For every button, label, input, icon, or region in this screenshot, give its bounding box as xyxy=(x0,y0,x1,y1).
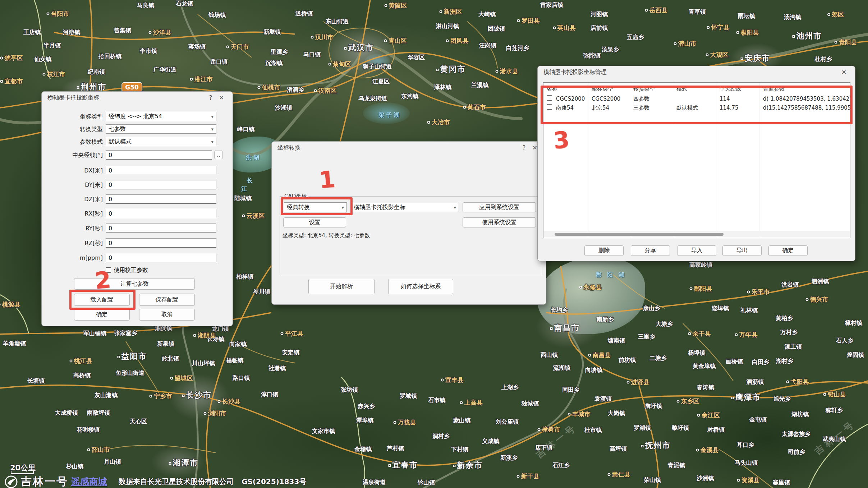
map-label-town: 月山镇 xyxy=(104,459,121,465)
table-cell[interactable]: CGCS2000 xyxy=(592,96,620,102)
manager-button-2[interactable]: 导入 xyxy=(677,245,716,256)
map-label-county: 英山县 xyxy=(553,25,576,31)
load-config-button[interactable]: 载入配置 xyxy=(74,294,130,306)
field-label: 参数模式 xyxy=(42,138,103,146)
table-cell[interactable]: d(15.1427585687488, 115.99051 xyxy=(763,105,851,111)
table-cell[interactable]: 北京54 xyxy=(592,105,609,111)
table-cell[interactable]: CGCS2000 xyxy=(556,96,585,102)
table-header-4[interactable]: 中央经线 xyxy=(720,86,741,92)
row-checkbox[interactable] xyxy=(547,95,552,101)
table-cell[interactable]: d(-1.08420789453503, 1.6304270 xyxy=(763,96,851,102)
start-parse-button[interactable]: 开始解析 xyxy=(308,279,375,294)
manager-dialog-titlebar[interactable]: 横轴墨卡托投影坐标管理 ✕ xyxy=(538,66,855,78)
map-label-town: 雨坛镇 xyxy=(738,13,755,19)
map-label-county: 湘阴县 xyxy=(193,332,216,339)
map-label-water: 鄱 阳 湖 xyxy=(596,272,626,278)
field-input[interactable]: 0 xyxy=(106,180,216,189)
table-cell[interactable]: 114 xyxy=(720,96,730,102)
cancel-button[interactable]: 取消 xyxy=(139,309,195,321)
field-input[interactable]: 0 xyxy=(106,253,216,262)
use-correction-row[interactable]: 使用校正参数 xyxy=(106,267,148,274)
transform-type-select[interactable]: 经典转换▾ xyxy=(284,202,347,212)
compute-seven-params-button[interactable]: 计算七参数 xyxy=(74,278,195,290)
manager-button-1[interactable]: 分享 xyxy=(631,245,670,256)
manager-button-3[interactable]: 导出 xyxy=(722,245,762,256)
county-marker-icon xyxy=(736,31,739,34)
table-cell[interactable]: 114.75 xyxy=(720,105,739,111)
more-button[interactable]: .. xyxy=(214,151,223,159)
help-icon[interactable]: ? xyxy=(519,143,529,152)
h-scrollbar-track[interactable] xyxy=(544,231,850,238)
field-select[interactable]: 默认模式▾ xyxy=(106,137,216,146)
map-label-town: 泽林镇 xyxy=(434,84,451,90)
table-header-2[interactable]: 转换类型 xyxy=(633,86,655,92)
field-select[interactable]: 经纬度 <--> 北京54▾ xyxy=(106,112,216,121)
save-config-button[interactable]: 保存配置 xyxy=(139,294,195,306)
table-cell[interactable]: 南康54 xyxy=(556,105,574,111)
map-label-county: 余江区 xyxy=(697,412,720,418)
county-marker-icon xyxy=(735,333,738,336)
county-marker-icon xyxy=(806,298,809,301)
map-label-town: 杜村乡 xyxy=(815,56,832,62)
map-label-town: 里潭乡 xyxy=(271,49,288,55)
table-header-5[interactable]: 普通参数 xyxy=(763,86,785,92)
field-input[interactable]: 0 xyxy=(106,150,212,160)
map-label-town: 纪南镇 xyxy=(88,69,105,75)
map-label-town: 高坪镇 xyxy=(610,446,627,452)
map-label-town: 福临镇 xyxy=(226,358,243,363)
map-label-city: 安庆市 xyxy=(741,54,771,62)
map-label-town: 旭光乡 xyxy=(773,396,791,402)
field-input[interactable]: 0 xyxy=(106,166,216,175)
county-marker-icon xyxy=(747,291,750,294)
county-marker-icon xyxy=(427,121,430,124)
close-icon[interactable]: ✕ xyxy=(839,68,849,77)
how-to-choose-crs-button[interactable]: 如何选择坐标系 xyxy=(388,279,453,294)
map-label-town: 罗湖镇 xyxy=(634,425,651,431)
county-marker-icon xyxy=(706,54,709,56)
settings-button[interactable]: 设置 xyxy=(283,217,346,227)
convert-dialog-titlebar[interactable]: 坐标转换 ? ✕ xyxy=(272,142,546,154)
apply-system-settings-button[interactable]: 应用到系统设置 xyxy=(463,202,536,212)
map-label-county: 万载县 xyxy=(394,419,416,425)
tm-dialog-titlebar[interactable]: 横轴墨卡托投影坐标 ? ✕ xyxy=(42,92,233,104)
table-header-1[interactable]: 坐标类型 xyxy=(592,86,613,92)
manager-button-4[interactable]: 确定 xyxy=(768,245,808,256)
county-marker-icon xyxy=(627,381,630,384)
county-marker-icon xyxy=(193,334,196,337)
map-label-town: 饶埠镇 xyxy=(712,305,729,311)
field-select[interactable]: 七参数▾ xyxy=(106,124,216,134)
field-input[interactable]: 0 xyxy=(106,209,216,218)
use-system-settings-button[interactable]: 使用系统设置 xyxy=(463,217,536,227)
map-label-town: 寨里镇 xyxy=(773,480,790,485)
county-marker-icon xyxy=(697,414,700,417)
table-header-0[interactable]: 名称 xyxy=(547,86,557,92)
county-marker-icon xyxy=(538,428,541,431)
table-header-3[interactable]: 模式 xyxy=(676,86,687,92)
map-label-town: 义成镇 xyxy=(482,438,499,444)
map-label-town: 马头山镇 xyxy=(735,460,758,466)
manager-button-0[interactable]: 删除 xyxy=(584,245,624,256)
tm-dialog-title: 横轴墨卡托投影坐标 xyxy=(47,94,99,102)
map-label-county: 宁乡市 xyxy=(150,393,172,399)
map-label-county: 铅山县 xyxy=(823,391,846,397)
ok-button[interactable]: 确定 xyxy=(74,309,130,321)
map-label-town: 下村镇 xyxy=(451,447,468,452)
map-label-county: 余干县 xyxy=(688,331,711,337)
h-scrollbar-thumb[interactable] xyxy=(555,233,724,236)
use-correction-checkbox[interactable] xyxy=(106,267,111,273)
help-icon[interactable]: ? xyxy=(205,93,216,102)
map-label-city: 新余市 xyxy=(453,461,483,469)
table-cell[interactable]: 三参数 xyxy=(633,105,649,111)
close-icon[interactable]: ✕ xyxy=(216,93,227,102)
table-cell[interactable]: 默认模式 xyxy=(676,105,698,111)
field-input[interactable]: 0 xyxy=(106,238,216,248)
coord-system-select[interactable]: 横轴墨卡托投影坐标▾ xyxy=(351,203,459,212)
map-label-county: 沙洋县 xyxy=(149,29,171,36)
row-checkbox[interactable] xyxy=(547,104,552,110)
map-label-county: 樟树市 xyxy=(538,427,560,433)
field-input[interactable]: 0 xyxy=(106,224,216,233)
projection-table[interactable]: 名称坐标类型转换类型模式中央经线普通参数CGCS2000CGCS2000四参数1… xyxy=(543,82,850,238)
county-marker-icon xyxy=(827,13,830,16)
table-cell[interactable]: 四参数 xyxy=(633,96,649,102)
field-input[interactable]: 0 xyxy=(106,194,216,204)
